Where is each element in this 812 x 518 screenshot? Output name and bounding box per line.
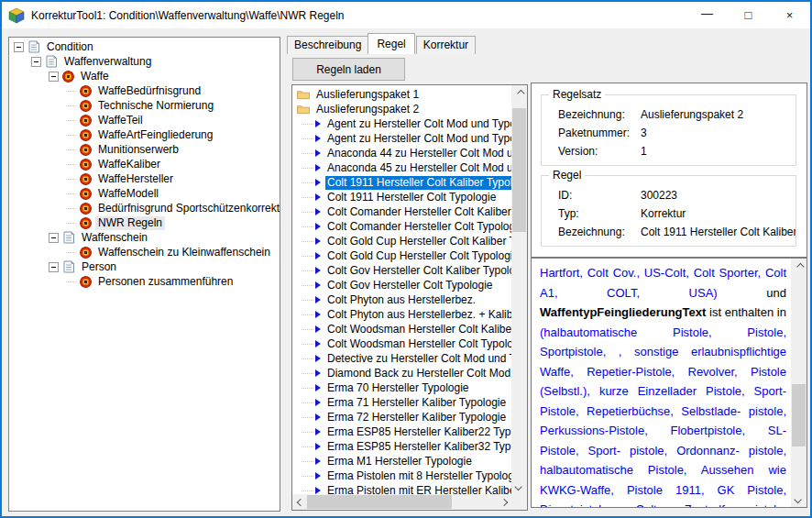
rule-marker-icon xyxy=(315,311,321,318)
rule-item-erma-esp85-hersteller-kaliber32-typologie[interactable]: Erma ESP85 Hersteller Kaliber32 Typologi… xyxy=(292,439,511,454)
tree-connector-line xyxy=(302,314,313,315)
maximize-button[interactable]: □ xyxy=(728,2,769,28)
rule-item-colt-phyton-aus-herstellerbez[interactable]: Colt Phyton aus Herstellerbez. xyxy=(292,292,511,307)
scroll-down-icon[interactable] xyxy=(791,491,807,507)
rule-marker-icon xyxy=(315,120,321,127)
rule-item-agent-zu-hersteller-colt-mod-und-typologie[interactable]: Agent zu Hersteller Colt Mod und Typolog… xyxy=(292,131,511,146)
minimize-button[interactable]: — xyxy=(686,2,728,28)
tree-item-label: WaffeModell xyxy=(95,187,161,201)
rule-item-erma-72-hersteller-kaliber-typologie[interactable]: Erma 72 Hersteller Kaliber Typologie xyxy=(292,410,511,424)
rule-item-colt-comander-hersteller-colt-kaliber-typologie[interactable]: Colt Comander Hersteller Colt Kaliber Ty… xyxy=(292,204,511,219)
rule-item-colt-gold-cup-hersteller-colt-typologie[interactable]: Colt Gold Cup Hersteller Colt Typologie xyxy=(292,248,511,263)
tree-connector-line xyxy=(302,197,313,198)
rule-target-icon xyxy=(80,188,92,200)
rule-text-segment: WaffentypFeingliederungText xyxy=(540,305,706,319)
tab-strip: Beschreibung Regel Korrektur xyxy=(287,34,477,54)
load-rules-button[interactable]: Regeln laden xyxy=(292,58,405,81)
tree-item-waffenschein-zu-kleinwaffenschein[interactable]: Waffenschein zu Kleinwaffenschein xyxy=(9,245,280,259)
tree-item-nwr-regeln[interactable]: NWR Regeln xyxy=(9,215,280,230)
tree-item-bed-rfnisgrund-sportsch-tzenkorrektur[interactable]: Bedürfnisgrund Sportschützenkorrektur xyxy=(9,201,280,215)
collapse-expander-icon[interactable] xyxy=(14,42,24,52)
tree-item-technische-normierung[interactable]: Technische Normierung xyxy=(9,98,280,113)
rules-folder-auslieferungspaket-2[interactable]: Auslieferungspaket 2 xyxy=(292,102,511,116)
collapse-expander-icon[interactable] xyxy=(49,262,59,272)
rule-target-icon xyxy=(62,71,74,83)
rule-item-colt-gov-hersteller-colt-typologie[interactable]: Colt Gov Hersteller Colt Typologie xyxy=(292,278,511,292)
scroll-right-icon[interactable] xyxy=(496,494,511,510)
field-label: Bezeichnung: xyxy=(558,226,641,238)
rules-horizontal-scrollbar[interactable] xyxy=(292,494,511,510)
rule-item-label: Colt Gold Cup Hersteller Colt Typologie xyxy=(325,249,511,263)
tree-item-label: Waffe xyxy=(78,70,112,83)
scroll-left-icon[interactable] xyxy=(292,494,308,510)
rules-folder-auslieferungspaket-1[interactable]: Auslieferungspaket 1 xyxy=(292,87,511,102)
rule-item-colt-phyton-aus-herstellerbez-kaliber[interactable]: Colt Phyton aus Herstellerbez. + Kaliber xyxy=(292,307,511,322)
rule-target-icon xyxy=(80,276,92,288)
tree-item-waffenverwaltung[interactable]: Waffenverwaltung xyxy=(9,54,280,69)
tree-connector-line xyxy=(66,135,76,136)
collapse-expander-icon[interactable] xyxy=(49,233,59,243)
tree-connector-line xyxy=(66,252,76,253)
tree-item-condition[interactable]: Condition xyxy=(9,39,280,54)
rule-item-colt-1911-hersteller-colt-kaliber-typologie[interactable]: Colt 1911 Hersteller Colt Kaliber Typolo… xyxy=(292,175,511,190)
field-value: 300223 xyxy=(641,189,796,202)
rule-item-colt-1911-hersteller-colt-typologie[interactable]: Colt 1911 Hersteller Colt Typologie xyxy=(292,190,511,204)
rule-text-segment: und xyxy=(718,286,786,300)
rule-marker-icon xyxy=(315,443,321,450)
scrollbar-thumb[interactable] xyxy=(792,384,806,446)
tree-item-waffehersteller[interactable]: WaffeHersteller xyxy=(9,171,280,186)
scroll-up-icon[interactable] xyxy=(511,85,527,101)
field-value: Korrektur xyxy=(641,207,796,220)
tree-item-waffe[interactable]: Waffe xyxy=(9,69,280,83)
tree-item-person[interactable]: Person xyxy=(9,259,280,274)
tree-connector-line xyxy=(302,358,313,359)
rule-item-colt-gold-cup-hersteller-colt-kaliber-typologie[interactable]: Colt Gold Cup Hersteller Colt Kaliber Ty… xyxy=(292,234,511,248)
rule-item-erma-70-hersteller-typologie[interactable]: Erma 70 Hersteller Typologie xyxy=(292,380,511,395)
scroll-down-icon[interactable] xyxy=(511,479,527,494)
rule-item-erma-esp85-hersteller-kaliber22-typologie[interactable]: Erma ESP85 Hersteller Kaliber22 Typologi… xyxy=(292,424,511,439)
collapse-expander-icon[interactable] xyxy=(31,57,41,67)
close-button[interactable]: × xyxy=(769,2,810,28)
rule-item-anaconda-45-zu-hersteller-colt-mod-und-typologie[interactable]: Anaconda 45 zu Hersteller Colt Mod und T… xyxy=(292,160,511,175)
scrollbar-thumb[interactable] xyxy=(307,495,452,509)
rule-text[interactable]: Hartfort, Colt Cov., US-Colt, Colt Sport… xyxy=(532,259,791,507)
rule-item-anaconda-44-zu-hersteller-colt-mod-und-typologie[interactable]: Anaconda 44 zu Hersteller Colt Mod und T… xyxy=(292,146,511,160)
rule-item-detective-zu-hersteller-colt-mod-und-typologie[interactable]: Detective zu Hersteller Colt Mod und Typ… xyxy=(292,351,511,366)
rule-target-icon xyxy=(80,217,92,229)
rule-item-agent-zu-hersteller-colt-mod-und-typologie[interactable]: Agent zu Hersteller Colt Mod und Typolog… xyxy=(292,116,511,131)
rule-item-erma-m1-hersteller-typologie[interactable]: Erma M1 Hersteller Typologie xyxy=(292,454,511,468)
tree-item-waffeteil[interactable]: WaffeTeil xyxy=(9,113,280,127)
rule-item-colt-woodsman-hersteller-colt-typologie[interactable]: Colt Woodsman Hersteller Colt Typologie xyxy=(292,336,511,351)
rules-vertical-scrollbar[interactable] xyxy=(511,85,527,494)
scroll-up-icon[interactable] xyxy=(791,259,807,274)
rule-marker-icon xyxy=(315,487,321,494)
tree-connector-line xyxy=(66,149,76,150)
rule-item-erma-71-hersteller-kaliber-typologie[interactable]: Erma 71 Hersteller Kaliber Typologie xyxy=(292,395,511,410)
scrollbar-thumb[interactable] xyxy=(512,108,526,232)
tree-connector-line xyxy=(66,120,76,121)
tree-item-waffeartfeingliederung[interactable]: WaffeArtFeingliederung xyxy=(9,127,280,142)
tree-item-waffemodell[interactable]: WaffeModell xyxy=(9,186,280,201)
tree-connector-line xyxy=(66,208,76,209)
tree-item-waffenschein[interactable]: Waffenschein xyxy=(9,230,280,245)
rule-item-erma-pistolen-mit-8-hersteller-typologie[interactable]: Erma Pistolen mit 8 Hersteller Typologie xyxy=(292,468,511,483)
field-row: Bezeichnung: Auslieferungspaket 2 xyxy=(558,108,796,121)
tab-beschreibung[interactable]: Beschreibung xyxy=(287,36,368,54)
rule-item-label: Agent zu Hersteller Colt Mod und Typolog… xyxy=(325,132,511,146)
field-value: 3 xyxy=(641,127,796,139)
tree-item-waffekaliber[interactable]: WaffeKaliber xyxy=(9,157,280,171)
rule-item-diamond-back-zu-hersteller-colt-mod-und-typologie[interactable]: Diamond Back zu Hersteller Colt Mod und … xyxy=(292,366,511,380)
text-vertical-scrollbar[interactable] xyxy=(791,259,807,507)
tab-korrektur[interactable]: Korrektur xyxy=(416,36,476,54)
tree-item-personen-zusammenf-hren[interactable]: Personen zusammenführen xyxy=(9,274,280,289)
tab-regel[interactable]: Regel xyxy=(368,33,414,54)
rule-item-colt-woodsman-hersteller-colt-kaliber-typologie[interactable]: Colt Woodsman Hersteller Colt Kaliber Ty… xyxy=(292,322,511,336)
tree-item-waffebed-rfnisgrund[interactable]: WaffeBedürfnisgrund xyxy=(9,83,280,98)
field-row: Version: 1 xyxy=(558,145,796,158)
tree-item-munitionserwerb[interactable]: Munitionserwerb xyxy=(9,142,280,157)
rule-item-colt-comander-hersteller-colt-typologie[interactable]: Colt Comander Hersteller Colt Typologie xyxy=(292,219,511,234)
rule-item-colt-gov-hersteller-colt-kaliber-typologie[interactable]: Colt Gov Hersteller Colt Kaliber Typolog… xyxy=(292,263,511,278)
rule-item-erma-pistolen-mit-er-hersteller-kaliber22-typologie[interactable]: Erma Pistolen mit ER Hersteller Kaliber2… xyxy=(292,483,511,494)
collapse-expander-icon[interactable] xyxy=(49,72,59,82)
tree-connector-line xyxy=(302,168,313,169)
